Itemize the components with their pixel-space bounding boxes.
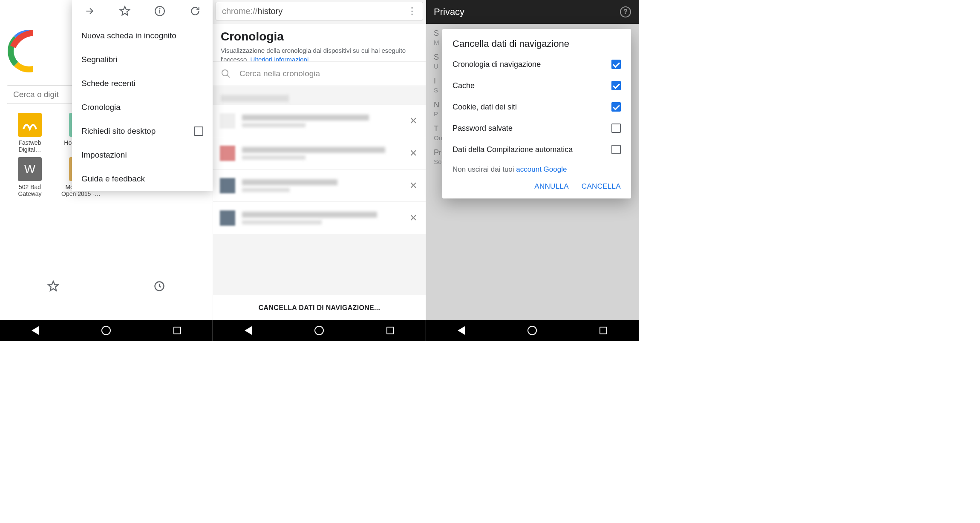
settings-header: Privacy ?	[426, 0, 639, 24]
android-navbar	[426, 320, 639, 341]
svg-point-3	[160, 9, 160, 9]
delete-icon[interactable]: ✕	[408, 178, 419, 193]
tile-icon: W	[18, 157, 42, 181]
history-item-text	[242, 179, 401, 192]
home-icon[interactable]	[314, 326, 324, 335]
ntp-tile[interactable]: Fastweb Digital…	[4, 113, 55, 153]
overview-icon[interactable]	[386, 327, 394, 334]
checkbox[interactable]	[611, 102, 621, 112]
menu-item[interactable]: Richiedi sito desktop	[72, 119, 213, 143]
delete-icon[interactable]: ✕	[408, 114, 419, 128]
overview-icon[interactable]	[173, 327, 181, 334]
favicon-icon	[220, 113, 235, 129]
checkbox[interactable]	[611, 81, 621, 90]
tile-label: Fastweb Digital…	[9, 139, 51, 153]
svg-line-5	[227, 75, 230, 78]
svg-point-4	[222, 70, 228, 76]
dialog-note: Non uscirai dai tuoi account Google	[453, 160, 621, 177]
menu-item-label: Segnalibri	[81, 55, 118, 64]
history-item-text	[242, 147, 401, 160]
menu-item[interactable]: Guida e feedback	[72, 167, 213, 191]
back-icon[interactable]	[32, 326, 39, 335]
omnibar[interactable]: chrome://history ⋮	[216, 2, 423, 20]
home-icon[interactable]	[101, 326, 111, 335]
history-item[interactable]: ✕	[213, 202, 426, 234]
history-icon[interactable]	[153, 280, 165, 294]
tile-icon	[18, 113, 42, 137]
panel-privacy-dialog: Privacy ? SMSUISNPTOnPrecarica risorse d…	[426, 0, 639, 341]
delete-icon[interactable]: ✕	[408, 146, 419, 161]
kebab-menu-icon[interactable]: ⋮	[407, 6, 417, 17]
google-logo-icon	[8, 30, 50, 72]
overview-icon[interactable]	[600, 327, 607, 334]
history-list: ✕ ✕ ✕ ✕	[213, 86, 426, 295]
option-label: Password salvate	[453, 124, 513, 133]
menu-item-label: Nuova scheda in incognito	[81, 31, 176, 40]
dialog-option[interactable]: Cache	[453, 75, 621, 96]
page-title: Cronologia	[221, 30, 418, 43]
star-icon[interactable]	[119, 6, 130, 18]
dialog-title: Cancella dati di navigazione	[453, 38, 621, 49]
history-item[interactable]: ✕	[213, 170, 426, 202]
dialog-option[interactable]: Password salvate	[453, 118, 621, 139]
clear-data-dialog: Cancella dati di navigazione Cronologia …	[442, 29, 631, 198]
info-icon[interactable]	[154, 6, 165, 18]
menu-item[interactable]: Schede recenti	[72, 72, 213, 95]
cancel-button[interactable]: ANNULLA	[534, 182, 569, 191]
checkbox[interactable]	[611, 60, 621, 69]
menu-item[interactable]: Impostazioni	[72, 143, 213, 167]
android-navbar	[213, 320, 426, 341]
dialog-actions: ANNULLA CANCELLA	[453, 177, 621, 193]
dialog-option[interactable]: Cronologia di navigazione	[453, 54, 621, 75]
checkbox[interactable]	[611, 145, 621, 154]
history-item-text	[242, 115, 401, 127]
favicon-icon	[220, 146, 235, 161]
tile-label: 502 Bad Gateway	[9, 184, 51, 197]
android-navbar	[0, 320, 213, 341]
google-account-link[interactable]: account Google	[516, 165, 567, 173]
forward-icon[interactable]	[84, 6, 95, 18]
help-icon[interactable]: ?	[620, 6, 631, 17]
menu-item[interactable]: Cronologia	[72, 95, 213, 119]
search-icon	[221, 69, 231, 79]
history-item-text	[242, 212, 401, 224]
history-search[interactable]: Cerca nella cronologia	[213, 61, 426, 86]
confirm-button[interactable]: CANCELLA	[582, 182, 621, 191]
refresh-icon[interactable]	[190, 6, 201, 18]
dialog-option[interactable]: Dati della Compilazione automatica	[453, 139, 621, 160]
favicon-icon	[220, 178, 235, 193]
ntp-bottom-bar	[0, 274, 213, 300]
url-scheme: chrome://	[222, 6, 257, 16]
option-label: Cronologia di navigazione	[453, 60, 541, 69]
panel-history: chrome://history ⋮ Cronologia Visualizza…	[213, 0, 426, 341]
option-label: Cache	[453, 81, 475, 90]
ntp-tile[interactable]: W502 Bad Gateway	[4, 157, 55, 197]
checkbox[interactable]	[611, 124, 621, 133]
search-placeholder: Cerca nella cronologia	[239, 69, 320, 78]
checkbox[interactable]	[194, 126, 203, 136]
home-icon[interactable]	[527, 326, 537, 335]
panel-chrome-menu: Cerca o digit Fastweb Digital…GHome - GS…	[0, 0, 213, 341]
bookmarks-icon[interactable]	[47, 280, 59, 294]
option-label: Dati della Compilazione automatica	[453, 145, 573, 154]
history-date-header	[213, 86, 426, 105]
clear-browsing-data-button[interactable]: CANCELLA DATI DI NAVIGAZIONE...	[213, 295, 426, 320]
header-title: Privacy	[434, 6, 464, 17]
favicon-icon	[220, 210, 235, 226]
delete-icon[interactable]: ✕	[408, 211, 419, 225]
option-label: Cookie, dati dei siti	[453, 103, 517, 112]
history-item[interactable]: ✕	[213, 137, 426, 170]
menu-item-label: Guida e feedback	[81, 174, 145, 184]
back-icon[interactable]	[245, 326, 252, 335]
menu-icon-row	[72, 0, 213, 24]
back-icon[interactable]	[458, 326, 465, 335]
history-item[interactable]: ✕	[213, 105, 426, 137]
menu-item[interactable]: Nuova scheda in incognito	[72, 24, 213, 48]
menu-item-label: Impostazioni	[81, 150, 127, 160]
menu-item[interactable]: Segnalibri	[72, 48, 213, 72]
menu-item-label: Schede recenti	[81, 79, 135, 88]
menu-item-label: Cronologia	[81, 103, 121, 112]
url-path: history	[257, 6, 282, 16]
overflow-menu: Nuova scheda in incognitoSegnalibriSched…	[72, 0, 213, 191]
dialog-option[interactable]: Cookie, dati dei siti	[453, 96, 621, 118]
